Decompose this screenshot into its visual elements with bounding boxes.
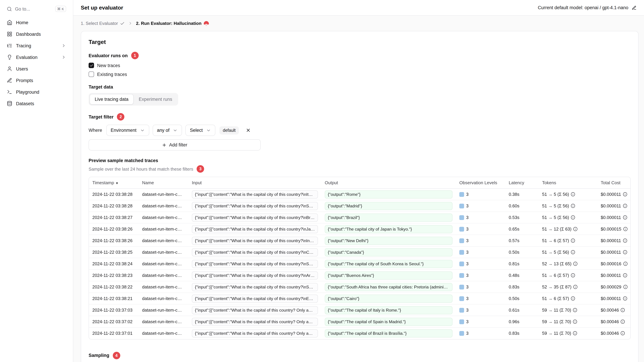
- cell-timestamp: 2024-11-22 03:38:27: [89, 212, 139, 223]
- table-row[interactable]: 2024-11-22 03:38:26dataset-run-item-cm3s…: [89, 235, 631, 246]
- cost-info-icon[interactable]: [623, 273, 627, 278]
- input-preview: {"input":[{"content":"What is the capita…: [192, 271, 318, 279]
- output-preview: {"output":"South Africa has three capita…: [325, 283, 452, 291]
- table-row[interactable]: 2024-11-22 03:38:28dataset-run-item-cm3s…: [89, 188, 631, 200]
- observation-level-icon: [459, 285, 464, 289]
- cell-latency: 0.60s: [505, 200, 539, 212]
- token-info-icon[interactable]: [571, 296, 575, 301]
- token-info-icon[interactable]: [571, 250, 575, 254]
- breadcrumb-step-2-label: 2. Run Evaluator: Hallucination: [136, 21, 202, 26]
- edit-model-icon[interactable]: [632, 5, 636, 10]
- existing-traces-option[interactable]: Existing traces: [88, 71, 631, 77]
- table-row[interactable]: 2024-11-22 03:38:23dataset-run-item-cm3s…: [89, 270, 631, 281]
- cost-info-icon[interactable]: [623, 227, 628, 231]
- cell-name: dataset-run-item-cm3s4: [139, 281, 188, 293]
- cell-observation-levels: 3: [456, 270, 505, 281]
- column-header-name[interactable]: Name: [139, 177, 188, 188]
- filter-value-select[interactable]: Select: [186, 125, 215, 136]
- sidebar-item-users[interactable]: Users: [4, 63, 69, 74]
- sidebar-item-evaluation[interactable]: Evaluation: [4, 52, 69, 63]
- output-preview: {"output":"Rome"}: [325, 190, 452, 198]
- goto-search[interactable]: Go to... ⌘ K: [4, 3, 69, 14]
- cost-info-icon[interactable]: [621, 331, 625, 336]
- default-model-info: Current default model: openai / gpt-4.1-…: [538, 5, 636, 10]
- table-row[interactable]: 2024-11-22 03:38:24dataset-run-item-cm3s…: [89, 258, 631, 270]
- token-info-icon[interactable]: [573, 227, 578, 231]
- cell-timestamp: 2024-11-22 03:38:21: [89, 293, 139, 304]
- cost-info-icon[interactable]: [621, 320, 625, 324]
- cost-info-icon[interactable]: [623, 215, 627, 220]
- token-info-icon[interactable]: [571, 215, 575, 220]
- cell-latency: 0.48s: [505, 270, 539, 281]
- sidebar-item-playground[interactable]: Playground: [4, 86, 69, 97]
- column-header-tokens[interactable]: Tokens: [539, 177, 597, 188]
- cost-info-icon[interactable]: [621, 308, 625, 312]
- add-filter-label: Add filter: [169, 142, 188, 147]
- cost-info-icon[interactable]: [623, 192, 627, 197]
- filter-where-label: Where: [88, 128, 102, 133]
- cell-output: {"output":"South Africa has three capita…: [321, 281, 456, 293]
- table-row[interactable]: 2024-11-22 03:37:01dataset-run-item-cm3s…: [89, 328, 631, 339]
- new-traces-option[interactable]: New traces: [88, 63, 631, 68]
- token-info-icon[interactable]: [573, 285, 578, 289]
- observation-level-icon: [459, 203, 464, 208]
- filter-operator-select[interactable]: any of: [152, 125, 182, 136]
- tab-experiment-runs[interactable]: Experiment runs: [134, 94, 177, 104]
- token-info-icon[interactable]: [571, 192, 575, 197]
- cost-info-icon[interactable]: [623, 238, 627, 243]
- column-header-timestamp[interactable]: Timestamp▼: [89, 177, 139, 188]
- token-info-icon[interactable]: [571, 204, 575, 208]
- sidebar-item-home[interactable]: Home: [4, 17, 69, 28]
- column-header-input[interactable]: Input: [188, 177, 321, 188]
- filter-column-select[interactable]: Environment: [106, 125, 149, 136]
- table-row[interactable]: 2024-11-22 03:38:21dataset-run-item-cm3s…: [89, 293, 631, 304]
- remove-filter-button[interactable]: [244, 126, 252, 134]
- column-header-total-cost[interactable]: Total Cost: [597, 177, 631, 188]
- cost-info-icon[interactable]: [623, 285, 628, 289]
- annotation-badge-2: 2: [117, 113, 124, 121]
- cell-input: {"input":[{"content":"What is the capita…: [188, 293, 321, 304]
- cell-timestamp: 2024-11-22 03:38:25: [89, 246, 139, 258]
- breadcrumb-step-select-evaluator[interactable]: 1. Select Evaluator: [81, 21, 125, 26]
- sidebar-item-label: Prompts: [16, 78, 33, 83]
- token-info-icon[interactable]: [573, 262, 578, 266]
- cell-tokens: 52 → 13 (Σ 65): [539, 258, 597, 270]
- cell-timestamp: 2024-11-22 03:37:03: [89, 304, 139, 316]
- table-row[interactable]: 2024-11-22 03:38:27dataset-run-item-cm3s…: [89, 212, 631, 223]
- token-info-icon[interactable]: [571, 238, 575, 243]
- cell-latency: 0.57s: [505, 235, 539, 246]
- column-header-output[interactable]: Output: [321, 177, 456, 188]
- cost-info-icon[interactable]: [623, 262, 628, 266]
- chevron-down-icon: [140, 128, 145, 133]
- table-row[interactable]: 2024-11-22 03:38:22dataset-run-item-cm3s…: [89, 281, 631, 293]
- sidebar-item-datasets[interactable]: Datasets: [4, 98, 69, 109]
- token-info-icon[interactable]: [573, 308, 577, 312]
- sidebar-item-tracing[interactable]: Tracing: [4, 40, 69, 51]
- goto-label: Go to...: [15, 6, 30, 11]
- sidebar-item-dashboards[interactable]: Dashboards: [4, 29, 69, 39]
- column-header-latency[interactable]: Latency: [505, 177, 539, 188]
- table-row[interactable]: 2024-11-22 03:37:03dataset-run-item-cm3s…: [89, 304, 631, 316]
- token-info-icon[interactable]: [573, 320, 577, 324]
- column-header-observation-levels[interactable]: Observation Levels: [456, 177, 505, 188]
- table-row[interactable]: 2024-11-22 03:38:28dataset-run-item-cm3s…: [89, 200, 631, 212]
- table-row[interactable]: 2024-11-22 03:38:25dataset-run-item-cm3s…: [89, 246, 631, 258]
- add-filter-button[interactable]: Add filter: [88, 139, 261, 151]
- new-traces-checkbox[interactable]: [88, 63, 94, 68]
- sidebar-item-prompts[interactable]: Prompts: [4, 75, 69, 86]
- existing-traces-checkbox[interactable]: [88, 71, 94, 77]
- token-info-icon[interactable]: [571, 273, 575, 278]
- sidebar-item-label: Tracing: [16, 43, 31, 48]
- sidebar-item-label: Playground: [16, 89, 39, 94]
- cell-tokens: 51 → 6 (Σ 57): [539, 293, 597, 304]
- cost-info-icon[interactable]: [623, 296, 627, 301]
- token-info-icon[interactable]: [573, 331, 577, 336]
- table-row[interactable]: 2024-11-22 03:37:02dataset-run-item-cm3s…: [89, 316, 631, 328]
- tab-live-tracing-data[interactable]: Live tracing data: [90, 94, 134, 104]
- cost-info-icon[interactable]: [623, 204, 627, 208]
- cell-input: {"input":[{"content":"What is the capita…: [188, 235, 321, 246]
- check-icon: [120, 21, 125, 26]
- table-row[interactable]: 2024-11-22 03:38:26dataset-run-item-cm3s…: [89, 223, 631, 235]
- cell-output: {"output":"Canada"}: [321, 246, 456, 258]
- cost-info-icon[interactable]: [623, 250, 627, 254]
